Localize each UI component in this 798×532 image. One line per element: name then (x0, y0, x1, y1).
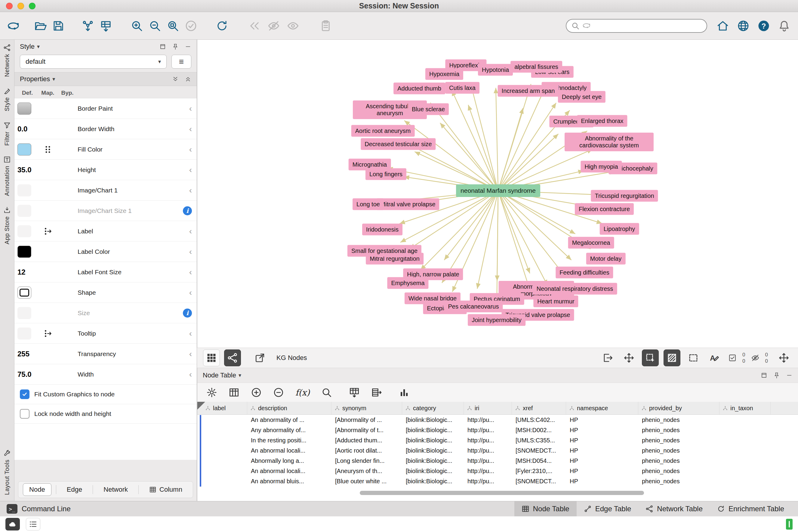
graph-node-tricuspid-regurgitation[interactable]: Tricuspid regurgitation (591, 190, 658, 202)
graph-node-flexion-contracture[interactable]: Flexion contracture (575, 203, 634, 215)
property-row-border-width[interactable]: 0.0Border Width‹ (15, 119, 197, 139)
graph-node-joint-hypermobility[interactable]: Joint hypermobility (468, 314, 526, 326)
web-browser-button[interactable] (736, 19, 750, 33)
empty-default-cell[interactable] (17, 307, 31, 319)
chart-button[interactable] (399, 387, 410, 398)
property-row-shape[interactable]: Shape‹ (15, 282, 197, 303)
chevron-left-icon[interactable]: ‹ (189, 166, 192, 174)
chevron-left-icon[interactable]: ‹ (189, 247, 192, 256)
style-tab-column[interactable]: Column (143, 483, 188, 496)
zoom-fit-button[interactable] (166, 19, 180, 33)
property-row-transparency[interactable]: 255Transparency‹ (15, 344, 197, 364)
fit-content-button[interactable] (621, 350, 637, 366)
graph-node-blue-sclerae[interactable]: Blue sclerae (408, 103, 449, 115)
column-header-iri[interactable]: iri (464, 402, 512, 414)
chevron-left-icon[interactable]: ‹ (189, 227, 192, 235)
empty-default-cell[interactable] (17, 225, 31, 237)
chevron-left-icon[interactable]: ‹ (189, 125, 192, 133)
column-header-namespace[interactable]: namespace (566, 402, 638, 414)
property-row-fill-color[interactable]: Fill Color‹ (15, 139, 197, 160)
grid-view-button[interactable] (203, 349, 220, 366)
import-network-button[interactable] (81, 19, 95, 33)
graph-node-abnormality-of-the-cardiovascular-system[interactable]: Abnormality of the cardiovascular system (565, 133, 653, 151)
status-tab-edge-table[interactable]: Edge Table (577, 501, 639, 516)
horizontal-scrollbar[interactable] (360, 491, 644, 495)
graph-node-lipoatrophy[interactable]: Lipoatrophy (600, 223, 639, 235)
sidebar-tab-annotation[interactable]: Annotation (3, 156, 11, 196)
checkbox-icon[interactable] (20, 409, 30, 419)
style-options-menu-button[interactable]: ≡ (171, 55, 191, 69)
graph-node-deeply-set-eye[interactable]: Deeply set eye (558, 91, 606, 103)
checkbox-lock-node-width-and-height[interactable]: Lock node width and height (15, 404, 197, 424)
sidebar-tab-app-store[interactable]: App Store (3, 206, 11, 244)
graph-node-neonatal-respiratory-distress[interactable]: Neonatal respiratory distress (533, 283, 617, 295)
graph-node-high-myopia[interactable]: High myopia (581, 161, 622, 173)
mapping-icon[interactable] (43, 227, 52, 236)
zoom-in-button[interactable] (130, 19, 144, 33)
info-icon[interactable]: i (183, 206, 192, 215)
chevron-left-icon[interactable]: ‹ (189, 104, 192, 113)
info-icon[interactable]: i (183, 308, 192, 318)
chevron-left-icon[interactable]: ‹ (189, 145, 192, 154)
column-header-category[interactable]: category (402, 402, 464, 414)
property-row-height[interactable]: 35.0Height‹ (15, 160, 197, 180)
mapping-icon[interactable] (43, 329, 52, 338)
graph-node-emphysema[interactable]: Emphysema (387, 277, 428, 289)
checkbox-icon[interactable] (20, 390, 30, 399)
open-session-button[interactable] (33, 19, 48, 33)
pan-tool-icon[interactable] (776, 350, 792, 366)
empty-default-cell[interactable] (17, 327, 31, 340)
status-tab-node-table[interactable]: Node Table (514, 501, 577, 516)
expand-all-icon[interactable] (172, 76, 179, 82)
home-button[interactable] (716, 19, 730, 33)
property-row-label-font-size[interactable]: 12Label Font Size‹ (15, 262, 197, 282)
graph-node-mitral-valve-prolapse[interactable]: Mitral valve prolapse (376, 198, 439, 210)
chevron-down-icon[interactable]: ▾ (52, 76, 55, 82)
cytoscape-logo-icon[interactable] (7, 19, 21, 33)
float-panel-icon[interactable] (761, 372, 767, 379)
graph-node-increased-arm-span[interactable]: Increased arm span (498, 85, 559, 97)
sidebar-tab-style[interactable]: Style (3, 87, 11, 111)
table-row[interactable]: An abnormality of ...[Abnormality of ...… (197, 415, 798, 425)
property-row-image-chart-1[interactable]: Image/Chart 1‹ (15, 180, 197, 201)
chevron-left-icon[interactable]: ‹ (189, 370, 192, 379)
status-tab-network-table[interactable]: Network Table (638, 501, 710, 516)
chevron-left-icon[interactable]: ‹ (189, 268, 192, 277)
chevron-left-icon[interactable]: ‹ (189, 288, 192, 297)
graph-node-alpebral-fissures[interactable]: alpebral fissures (510, 61, 562, 73)
delete-column-button[interactable] (273, 387, 284, 398)
help-button[interactable]: ? (757, 19, 771, 33)
empty-default-cell[interactable] (17, 205, 31, 217)
annotation-mode-button[interactable]: A (706, 350, 722, 366)
style-selector-dropdown[interactable]: default ▾ (20, 55, 167, 69)
collapse-all-icon[interactable] (185, 76, 191, 82)
node-table[interactable]: labeldescriptionsynonymcategoryirixrefna… (197, 402, 798, 501)
graph-node-pes-calcaneovarus[interactable]: Pes calcaneovarus (444, 301, 503, 312)
graph-node-decreased-testicular-size[interactable]: Decreased testicular size (361, 138, 436, 150)
column-header-xref[interactable]: xref (512, 402, 566, 414)
column-header-synonym[interactable]: synonym (331, 402, 402, 414)
style-tab-network[interactable]: Network (97, 483, 134, 496)
column-header-label[interactable]: label (202, 402, 247, 414)
export-table-file-button[interactable] (371, 387, 382, 398)
chevron-down-icon[interactable]: ▾ (239, 372, 241, 379)
property-row-tooltip[interactable]: Tooltip‹ (15, 323, 197, 344)
graph-node-long-toe[interactable]: Long toe (353, 198, 384, 210)
graph-node-adducted-thumb[interactable]: Adducted thumb (394, 83, 445, 94)
table-corner-handle[interactable] (197, 402, 205, 410)
pin-panel-icon[interactable] (773, 372, 780, 379)
import-table-button[interactable] (99, 19, 113, 33)
color-swatch[interactable] (17, 144, 31, 155)
column-header-description[interactable]: description (247, 402, 331, 414)
style-tab-edge[interactable]: Edge (61, 483, 88, 496)
color-swatch[interactable] (17, 246, 31, 258)
save-session-button[interactable] (51, 19, 65, 33)
pan-mode-button[interactable] (664, 349, 680, 366)
show-columns-button[interactable] (229, 387, 240, 398)
property-row-size[interactable]: Sizei (15, 303, 197, 323)
style-tab-node[interactable]: Node (23, 483, 52, 496)
graph-node-feeding-difficulties[interactable]: Feeding difficulties (555, 267, 613, 279)
chevron-left-icon[interactable]: ‹ (189, 350, 192, 358)
notifications-button[interactable] (777, 19, 791, 33)
status-tab-enrichment-table[interactable]: Enrichment Table (710, 501, 791, 516)
